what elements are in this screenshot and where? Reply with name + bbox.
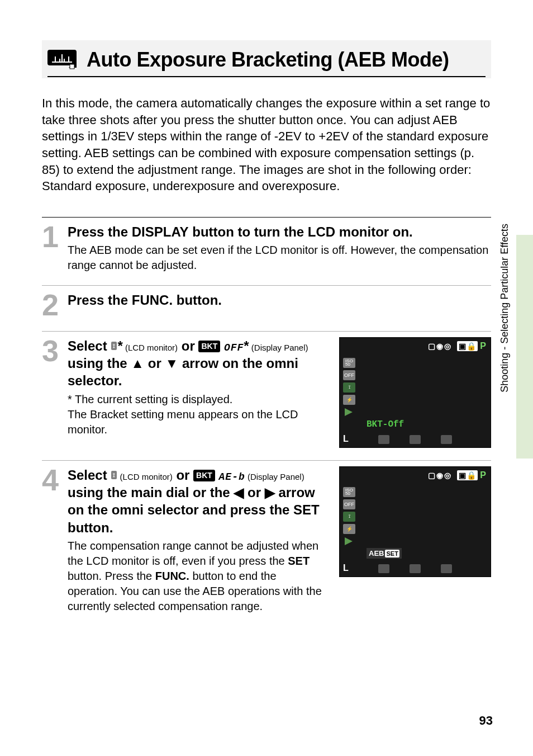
step-description: The compensation range cannot be adjuste… <box>68 540 318 567</box>
step-head-select: Select <box>68 338 111 353</box>
play-triangle-icon <box>343 407 355 417</box>
card-icon: ▢ <box>428 342 435 351</box>
rotate-icon: ▣ <box>459 342 466 351</box>
or-text: or <box>178 338 198 353</box>
aeb-set-text: AEBSET <box>367 548 402 559</box>
lcd-preview-1: ▢ ◉ ◎ ▣ 🔒 P ISO 50 OFF ⟟ <box>339 337 491 448</box>
flash-icon: ⚡ <box>343 395 355 405</box>
off-icon: OFF <box>343 370 355 380</box>
display-panel-note: (Display Panel) <box>245 472 304 481</box>
selected-row-icon: ⟟ <box>343 512 355 522</box>
size-l: L <box>343 563 349 573</box>
lock-icon: 🔒 <box>467 342 476 351</box>
display-button-label: DISPLAY <box>132 224 189 239</box>
section-side-label: Shooting - Selecting Particular Effects <box>499 224 511 393</box>
or-text: or <box>144 356 165 371</box>
step-head-text: Press the <box>68 224 132 239</box>
step-1: 1 Press the DISPLAY button to turn the L… <box>42 218 491 286</box>
play-triangle-icon <box>343 536 355 546</box>
page-number: 93 <box>479 714 493 728</box>
asterisk-note: * The current setting is displayed. <box>68 393 232 405</box>
using-text: using the main dial or the <box>68 485 234 500</box>
bottom-icon <box>410 435 421 444</box>
mode-p: P <box>480 341 486 351</box>
using-text: button. <box>68 520 113 535</box>
right-arrow-icon: ▶ <box>265 485 275 500</box>
bottom-icon <box>378 435 389 444</box>
step-head-text: button. <box>173 292 222 308</box>
target-icon: ◎ <box>444 471 451 480</box>
or-text: or <box>244 485 264 500</box>
set-button-label: SET <box>293 502 320 517</box>
step-number: 2 <box>42 291 60 319</box>
bottom-icon <box>378 564 389 573</box>
aeb-icon: ⟟ <box>111 471 117 479</box>
func-button-label: FUNC. <box>155 570 189 582</box>
bracket-mode-icon <box>47 50 77 70</box>
step-number: 4 <box>42 466 60 614</box>
segment-off: OFF <box>224 342 244 353</box>
step-head-select: Select <box>68 467 111 483</box>
card-icon: ▢ <box>428 471 435 480</box>
bottom-icon <box>441 435 452 444</box>
size-l: L <box>343 434 349 444</box>
rotate-icon: ▣ <box>459 471 466 480</box>
or-text: or <box>173 467 193 483</box>
func-button-label: FUNC. <box>132 292 173 308</box>
intro-paragraph: In this mode, the camera automatically c… <box>42 95 491 195</box>
mode-p: P <box>480 470 486 480</box>
section-title-bar: Auto Exposure Bracketing (AEB Mode) <box>42 40 491 78</box>
timer-icon: ◉ <box>436 342 443 351</box>
bottom-icon <box>410 564 421 573</box>
segment-aeb: AE-b <box>219 471 245 483</box>
step-number: 3 <box>42 337 60 448</box>
bkt-off-text: BKT-Off <box>367 419 404 429</box>
lcd-monitor-note: (LCD monitor) <box>123 343 178 352</box>
step-head-text: button to turn the LCD monitor on. <box>189 224 413 239</box>
step-number: 1 <box>42 223 60 273</box>
step-head-text: Press the <box>68 292 132 308</box>
lock-icon: 🔒 <box>467 471 476 480</box>
iso-icon: ISO 50 <box>343 358 355 368</box>
set-button-label: SET <box>288 555 310 567</box>
asterisk: * <box>244 338 249 353</box>
step-3: 3 Select ⟟* (LCD monitor) or BKT OFF* (D… <box>42 332 491 461</box>
svg-rect-8 <box>70 64 74 69</box>
step-description: The Bracket setting menu appears on the … <box>68 408 298 436</box>
step-4: 4 Select ⟟ (LCD monitor) or BKT AE-b (Di… <box>42 461 491 626</box>
target-icon: ◎ <box>444 342 451 351</box>
timer-icon: ◉ <box>436 471 443 480</box>
down-arrow-icon: ▼ <box>165 356 178 371</box>
selected-row-icon: ⟟ <box>343 382 355 393</box>
iso-icon: ISO 50 <box>343 487 355 497</box>
up-arrow-icon: ▲ <box>131 356 144 371</box>
using-text: using the <box>68 356 131 371</box>
bkt-label: BKT <box>193 470 215 481</box>
set-box: SET <box>385 550 399 557</box>
section-title: Auto Exposure Bracketing (AEB Mode) <box>87 48 449 72</box>
step-description: button. Press the <box>68 570 155 582</box>
bracket-off-icon: ⟟ <box>111 342 117 350</box>
section-color-tab <box>516 235 533 459</box>
off-icon: OFF <box>343 499 355 509</box>
lcd-monitor-note: (LCD monitor) <box>117 472 172 481</box>
lcd-preview-2: ▢ ◉ ◎ ▣ 🔒 P ISO 50 OFF ⟟ <box>339 466 491 577</box>
step-description: The AEB mode can be set even if the LCD … <box>68 243 491 273</box>
display-panel-note: (Display Panel) <box>249 343 308 352</box>
bottom-icon <box>441 564 452 573</box>
flash-icon: ⚡ <box>343 524 355 534</box>
bkt-label: BKT <box>198 341 220 352</box>
step-2: 2 Press the FUNC. button. <box>42 286 491 332</box>
left-arrow-icon: ◀ <box>234 485 244 500</box>
asterisk: * <box>117 338 122 353</box>
